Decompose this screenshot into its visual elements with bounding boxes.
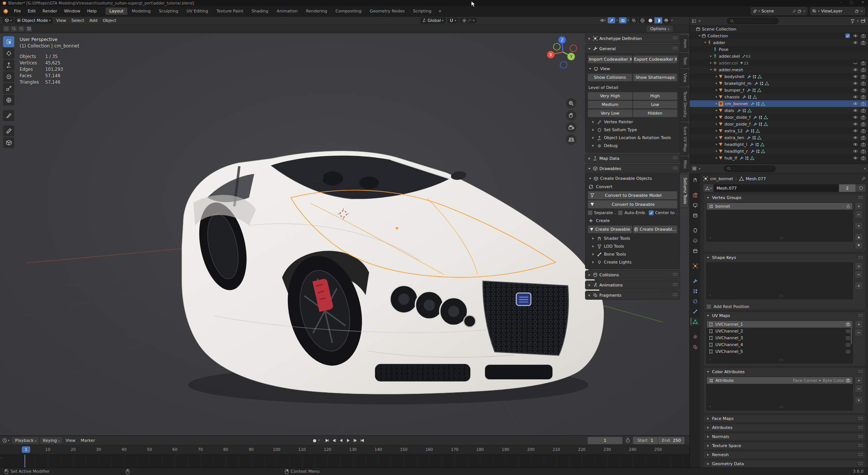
- outliner-row-adder.col[interactable]: adder.col23: [690, 60, 868, 66]
- hide-eye-icon[interactable]: [853, 88, 858, 92]
- overlays-toggle[interactable]: [619, 17, 627, 23]
- timeline-editor-dropdown[interactable]: ▾: [8, 439, 9, 442]
- panel-normals[interactable]: Normals: [703, 433, 866, 441]
- menu-file[interactable]: File: [11, 8, 24, 15]
- lod-low-button[interactable]: Low: [633, 101, 678, 109]
- tool-select-box-button[interactable]: [3, 36, 14, 47]
- expand-icon[interactable]: [709, 68, 713, 71]
- properties-tab-output[interactable]: [691, 201, 700, 209]
- subpanel-vertex-painter[interactable]: Vertex Painter: [588, 118, 677, 126]
- properties-tab-data[interactable]: [691, 318, 700, 325]
- properties-tab-collection[interactable]: [691, 247, 700, 254]
- tool-measure-button[interactable]: [3, 126, 14, 136]
- hide-eye-icon[interactable]: [853, 129, 858, 133]
- blender-menu-icon[interactable]: [3, 9, 8, 14]
- disable-render-icon[interactable]: [861, 122, 866, 126]
- properties-tab-constraints[interactable]: [691, 308, 700, 315]
- show-shattermaps-button[interactable]: Show Shattermaps: [633, 74, 677, 81]
- disable-render-icon[interactable]: [861, 156, 866, 160]
- panel-face-maps[interactable]: Face Maps: [703, 415, 866, 423]
- outliner-row-adder.skel[interactable]: adder.skel63: [690, 53, 868, 60]
- select-mode-extend-icon[interactable]: [11, 26, 17, 32]
- timeline-menu-marker[interactable]: Marker: [78, 437, 98, 444]
- outliner-row-dials[interactable]: dials: [690, 107, 868, 114]
- outliner-row-chassis[interactable]: chassis: [690, 93, 868, 100]
- add-vertex-group-button[interactable]: ＋: [855, 202, 863, 210]
- breadcrumb-object[interactable]: cm_bonnet: [710, 176, 733, 181]
- subpanel-shader-tools[interactable]: Shader Tools: [588, 234, 677, 242]
- snap-dropdown[interactable]: ▾: [447, 18, 458, 23]
- hide-eye-closed-icon[interactable]: [853, 61, 858, 65]
- hide-eye-icon[interactable]: [853, 95, 858, 99]
- panel-header-collisions[interactable]: Collisions: [585, 271, 680, 279]
- disable-render-icon[interactable]: [861, 136, 866, 140]
- transform-orientation-dropdown[interactable]: Global ▾: [420, 17, 446, 24]
- expand-icon[interactable]: [715, 116, 718, 119]
- disable-render-icon[interactable]: [861, 129, 866, 133]
- scene-selector[interactable]: ▾ Scene ✕: [751, 7, 808, 15]
- outliner-row-adder[interactable]: adder: [690, 39, 868, 46]
- gizmos-dropdown[interactable]: ▾: [616, 19, 618, 22]
- shading-dropdown[interactable]: ▾: [671, 19, 673, 22]
- add-uv-map-button[interactable]: ＋: [855, 320, 863, 328]
- stopwatch-icon[interactable]: [625, 438, 630, 443]
- disable-render-icon[interactable]: [861, 149, 866, 153]
- filter-icon[interactable]: [850, 19, 855, 23]
- maximize-button[interactable]: ▢: [850, 0, 853, 4]
- channel-collapse-icon[interactable]: ›: [1, 456, 2, 460]
- tool-move-button[interactable]: [3, 60, 14, 70]
- expand-icon[interactable]: [715, 136, 718, 139]
- convert-to-drawable-button[interactable]: Convert to Drawable: [588, 200, 677, 208]
- hide-eye-icon[interactable]: [853, 136, 858, 139]
- panel-attributes[interactable]: Attributes: [703, 424, 866, 432]
- disable-render-icon[interactable]: [861, 102, 866, 106]
- properties-search-input[interactable]: [724, 165, 776, 172]
- proportional-editing-dropdown[interactable]: ▾: [460, 18, 477, 23]
- panel-header-drawables[interactable]: Drawables: [585, 164, 680, 173]
- add-shape-key-button[interactable]: ＋: [855, 262, 863, 270]
- move-down-button[interactable]: ▼: [855, 242, 863, 249]
- workspace-tab-animation[interactable]: Animation: [273, 8, 301, 15]
- properties-tab-world[interactable]: [691, 237, 700, 244]
- options-button[interactable]: Options ▾: [646, 26, 673, 32]
- render-inactive-camera-icon[interactable]: [846, 329, 850, 333]
- expand-icon[interactable]: [715, 109, 718, 112]
- outliner-row-bodyshell[interactable]: bodyshell: [690, 73, 868, 80]
- panel-header-map-data[interactable]: Map Data: [585, 154, 680, 162]
- expand-icon[interactable]: [715, 102, 718, 105]
- mode-dropdown[interactable]: Object Mode ▾: [15, 17, 53, 24]
- menu-help[interactable]: Help: [84, 8, 100, 15]
- navigation-gizmo[interactable]: Z X Y: [546, 35, 580, 70]
- remove-color-attribute-button[interactable]: −: [855, 385, 863, 392]
- hide-eye-icon[interactable]: [853, 142, 858, 146]
- shape-keys-list[interactable]: [706, 262, 853, 299]
- breadcrumb-data[interactable]: Mesh.077: [746, 176, 766, 181]
- prev-keyframe-button[interactable]: [331, 437, 337, 444]
- disable-render-icon[interactable]: [861, 34, 866, 38]
- expand-icon[interactable]: [715, 150, 718, 153]
- close-button[interactable]: ✕: [861, 0, 864, 4]
- properties-tab-tool[interactable]: [691, 176, 700, 184]
- viewport-menu-add[interactable]: Add: [87, 17, 100, 24]
- tool-annotate-button[interactable]: [3, 110, 14, 121]
- properties-filter-dropdown[interactable]: ▾: [864, 167, 866, 170]
- panel-header-vertex-groups[interactable]: Vertex Groups: [704, 194, 865, 202]
- disable-render-icon[interactable]: [861, 41, 866, 45]
- uv-map-row-uvchannel_3[interactable]: UVChannel_3: [707, 334, 853, 341]
- import-codewalker-xml-button[interactable]: Import Codewalker XML: [588, 55, 632, 63]
- uv-map-row-uvchannel_5[interactable]: UVChannel_5: [707, 348, 853, 355]
- tool-scale-button[interactable]: [3, 83, 14, 94]
- play-button[interactable]: [345, 437, 351, 444]
- minimize-button[interactable]: –: [840, 0, 842, 4]
- hide-eye-icon[interactable]: [853, 75, 858, 78]
- timeline-menu-view[interactable]: View: [63, 437, 78, 444]
- expand-icon[interactable]: [715, 82, 718, 85]
- timeline-menu-playback[interactable]: Playback ▾: [12, 437, 39, 444]
- timeline-menu-keying[interactable]: Keying ▾: [40, 437, 62, 444]
- render-active-camera-icon[interactable]: [846, 378, 850, 382]
- properties-tab-physics[interactable]: [691, 297, 700, 305]
- select-mode-invert-icon[interactable]: [26, 26, 32, 32]
- fake-user-button[interactable]: [856, 184, 866, 192]
- play-reverse-button[interactable]: [338, 437, 344, 444]
- filter-dropdown[interactable]: ▾: [857, 19, 859, 23]
